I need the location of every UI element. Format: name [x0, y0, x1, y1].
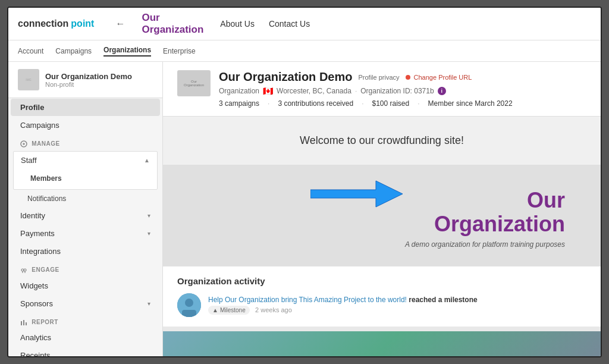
subnav-campaigns[interactable]: Campaigns: [55, 47, 92, 55]
info-icon[interactable]: i: [438, 87, 446, 95]
org-title: OurOrganization: [142, 12, 203, 36]
org-id-meta: Organization ID: 0371b: [360, 87, 434, 95]
logo[interactable]: connectionpoint: [18, 18, 94, 29]
integrations-item[interactable]: Integrations: [11, 243, 160, 260]
profile-privacy-label[interactable]: Profile privacy: [358, 74, 399, 81]
sidebar-item-campaigns[interactable]: Campaigns: [11, 117, 160, 134]
location-meta: Worcester, BC, Canada: [277, 87, 351, 95]
receipts-label: Receipts: [20, 351, 51, 356]
activity-avatar: [177, 293, 201, 317]
payments-chevron-icon: ▾: [147, 230, 150, 237]
sub-nav: Account Campaigns Organizations Enterpri…: [8, 40, 601, 62]
manage-label: MANAGE: [8, 134, 162, 150]
widgets-item[interactable]: Widgets: [11, 277, 160, 294]
activity-reached: reached a milestone: [409, 296, 477, 304]
report-icon: [20, 319, 27, 326]
payments-item[interactable]: Payments ▾: [11, 225, 160, 242]
sidebar: IMG Our Organization Demo Non-profit Pro…: [8, 62, 163, 356]
stat-campaigns: 3 campaigns: [219, 99, 259, 108]
activity-section: Organization activity Help Our Organizat…: [163, 266, 601, 327]
nav-links: About Us Contact Us: [220, 19, 310, 29]
staff-expanded-item: Staff ▲ Members: [13, 151, 158, 190]
report-label: REPORT: [8, 313, 162, 328]
badge-label: Milestone: [220, 307, 246, 313]
activity-time: 2 weeks ago: [255, 306, 292, 313]
activity-item: Help Our Organization bring This Amazing…: [177, 293, 586, 317]
org-info: Our Organization Demo Non-profit: [45, 72, 132, 88]
receipts-item[interactable]: Receipts: [11, 347, 160, 356]
svg-point-4: [24, 269, 26, 271]
activity-content: Help Our Organization bring This Amazing…: [208, 296, 478, 315]
milestone-icon: ▲: [212, 307, 218, 313]
identity-label: Identity: [20, 211, 45, 220]
subnav-enterprise[interactable]: Enterprise: [163, 47, 196, 55]
main-layout: IMG Our Organization Demo Non-profit Pro…: [8, 62, 601, 356]
top-nav: connectionpoint ← OurOrganization About …: [8, 8, 601, 40]
profile-thumbnail: OurOrganization: [177, 70, 211, 96]
identity-chevron-icon: ▾: [147, 212, 150, 219]
org-avatar: IMG: [18, 69, 39, 90]
manage-section-title: MANAGE: [20, 140, 60, 147]
staff-label: Staff: [21, 156, 37, 165]
sponsors-chevron-icon: ▾: [147, 300, 150, 307]
campaigns-label: Campaigns: [20, 121, 59, 130]
logo-point-text: point: [71, 18, 94, 29]
staff-chevron-icon: ▲: [144, 157, 150, 164]
stat-member: Member since March 2022: [428, 99, 513, 108]
profile-label: Profile: [20, 103, 44, 112]
svg-rect-7: [21, 321, 22, 325]
profile-header: OurOrganization Our Organization Demo Pr…: [163, 62, 601, 117]
profile-meta: Organization 🇨🇦 Worcester, BC, Canada · …: [219, 86, 586, 96]
bottom-image-strip: [163, 331, 601, 356]
activity-badge: ▲ Milestone: [208, 306, 250, 315]
canada-flag-icon: 🇨🇦: [263, 86, 273, 96]
analytics-item[interactable]: Analytics: [11, 329, 160, 346]
members-item[interactable]: Members: [14, 171, 157, 186]
engage-icon: [20, 267, 27, 274]
org-type: Non-profit: [45, 81, 132, 88]
about-us-link[interactable]: About Us: [220, 19, 255, 29]
org-name: Our Organization Demo: [45, 72, 132, 81]
sponsors-item[interactable]: Sponsors ▾: [11, 295, 160, 312]
analytics-label: Analytics: [20, 333, 51, 342]
red-dot-icon: [406, 75, 410, 80]
stat-raised: $100 raised: [372, 99, 409, 108]
engage-label: ENGAGE: [8, 261, 162, 276]
content-area: OurOrganization Our Organization Demo Pr…: [163, 62, 601, 356]
manage-icon: [20, 140, 27, 148]
sidebar-item-profile[interactable]: Profile: [11, 99, 160, 116]
welcome-text: Welcome to our crowdfunding site!: [177, 134, 586, 147]
integrations-label: Integrations: [20, 247, 61, 256]
welcome-section: Welcome to our crowdfunding site!: [163, 117, 601, 165]
profile-org-name: Our Organization Demo: [219, 70, 352, 84]
subnav-organizations[interactable]: Organizations: [103, 46, 151, 57]
activity-link[interactable]: Help Our Organization bring This Amazing…: [208, 296, 407, 304]
activity-meta: ▲ Milestone 2 weeks ago: [208, 304, 478, 315]
profile-title-row: Our Organization Demo Profile privacy Ch…: [219, 70, 586, 84]
org-header: IMG Our Organization Demo Non-profit: [8, 62, 162, 98]
widgets-label: Widgets: [20, 281, 48, 290]
stat-contributions: 3 contributions received: [278, 99, 353, 108]
svg-rect-8: [23, 320, 24, 325]
hero-section: OurOrganization A demo organization for …: [163, 165, 601, 266]
svg-rect-9: [26, 322, 27, 325]
staff-submenu: Members: [14, 169, 157, 189]
change-url-link[interactable]: Change Profile URL: [414, 74, 472, 81]
subnav-account[interactable]: Account: [18, 47, 43, 55]
payments-label: Payments: [20, 229, 55, 238]
staff-item-header[interactable]: Staff ▲: [14, 152, 157, 169]
org-type-meta: Organization: [219, 87, 259, 95]
hero-org-title: OurOrganization: [177, 189, 565, 236]
contact-us-link[interactable]: Contact Us: [269, 19, 310, 29]
change-url-container: Change Profile URL: [406, 74, 472, 81]
svg-point-12: [185, 299, 193, 307]
back-arrow-button[interactable]: ←: [111, 16, 130, 32]
profile-info: Our Organization Demo Profile privacy Ch…: [219, 70, 586, 108]
hero-subtitle: A demo organization for platform trainin…: [177, 240, 565, 249]
sponsors-label: Sponsors: [20, 299, 53, 308]
svg-rect-13: [182, 310, 196, 317]
notifications-item[interactable]: Notifications: [8, 191, 162, 206]
logo-connection-text: connection: [18, 18, 68, 29]
identity-item[interactable]: Identity ▾: [11, 207, 160, 224]
activity-avatar-image: [177, 293, 201, 317]
